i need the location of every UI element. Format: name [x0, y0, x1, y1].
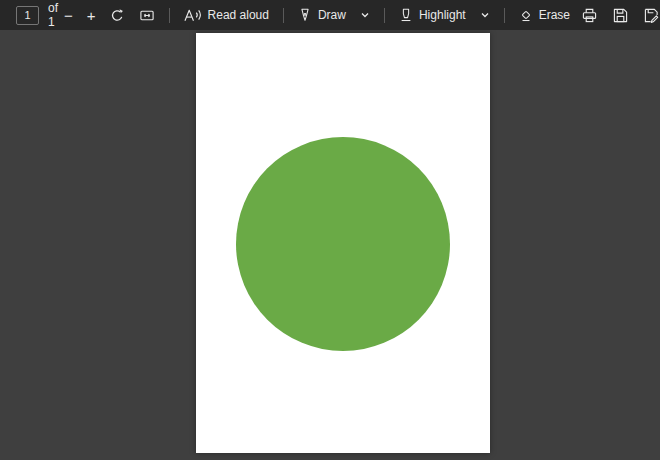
print-button[interactable]: [576, 4, 603, 27]
toolbar-separator: [169, 8, 170, 23]
highlight-label: Highlight: [419, 8, 466, 22]
page-count-label: of 1: [48, 1, 58, 29]
chevron-down-icon: [360, 10, 370, 20]
draw-button[interactable]: Draw: [292, 4, 352, 26]
printer-icon: [582, 8, 597, 23]
fit-to-page-icon: [139, 8, 155, 23]
toolbar-separator: [504, 8, 505, 23]
draw-dropdown-button[interactable]: [354, 6, 376, 24]
read-aloud-label: Read aloud: [208, 8, 269, 22]
pen-icon: [298, 8, 312, 22]
page-number-input[interactable]: [16, 6, 39, 25]
plus-icon: +: [87, 8, 96, 23]
read-aloud-icon: [184, 8, 202, 22]
zoom-out-button[interactable]: −: [58, 4, 79, 27]
save-as-icon: [644, 8, 659, 23]
erase-label: Erase: [539, 8, 570, 22]
toolbar-tools: − + Read aloud: [58, 4, 576, 27]
pdf-page: [196, 33, 490, 453]
toolbar-separator: [283, 8, 284, 23]
document-canvas: [0, 30, 660, 460]
minus-icon: −: [64, 8, 73, 23]
toolbar-file-actions: [576, 4, 660, 27]
draw-label: Draw: [318, 8, 346, 22]
save-as-button[interactable]: [638, 4, 660, 27]
page-navigation: of 1: [16, 1, 58, 29]
green-circle: [236, 137, 450, 351]
zoom-in-button[interactable]: +: [81, 4, 102, 27]
chevron-down-icon: [480, 10, 490, 20]
save-button[interactable]: [607, 4, 634, 27]
pdf-toolbar: of 1 − +: [0, 0, 660, 30]
rotate-icon: [110, 8, 125, 23]
highlight-button[interactable]: Highlight: [393, 4, 472, 26]
save-icon: [613, 8, 628, 23]
highlighter-icon: [399, 8, 413, 22]
erase-button[interactable]: Erase: [513, 4, 576, 26]
highlight-dropdown-button[interactable]: [474, 6, 496, 24]
eraser-icon: [519, 8, 533, 22]
rotate-button[interactable]: [104, 4, 131, 27]
toolbar-separator: [384, 8, 385, 23]
fit-to-page-button[interactable]: [133, 4, 161, 27]
read-aloud-button[interactable]: Read aloud: [178, 4, 275, 26]
